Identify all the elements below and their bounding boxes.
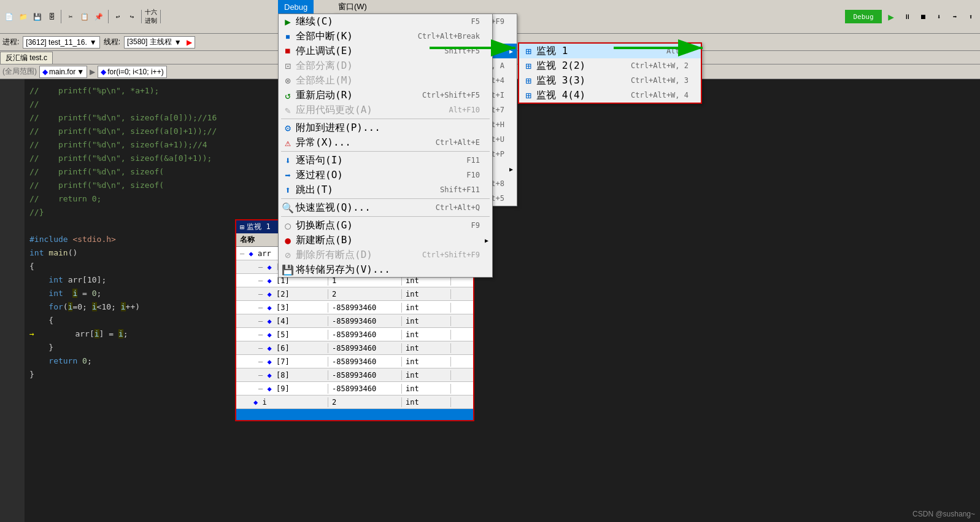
toolbar-group-2: ✂ 📋 📌 bbox=[64, 10, 109, 23]
tb-redo[interactable]: ↪ bbox=[125, 10, 139, 23]
tb-new[interactable]: 📄 bbox=[2, 10, 16, 23]
menu-watch-4-shortcut: Ctrl+Alt+W, 4 bbox=[631, 91, 689, 99]
code-line-18: { bbox=[29, 314, 217, 327]
menu-quick-watch-label: 快速监视(Q)... bbox=[296, 201, 371, 214]
menu-step-over[interactable]: ➡ 逐过程(O) F10 bbox=[279, 168, 492, 182]
code-line-5: // printf("%d\n", sizeof(a+1));//4 bbox=[29, 138, 217, 152]
thread-label: 线程: bbox=[104, 37, 120, 47]
process-dropdown[interactable]: [3612] test_11_16. ▼ bbox=[23, 36, 99, 49]
watch-row-5[interactable]: — ◆ [5] -858993460 int bbox=[236, 328, 473, 341]
watch-row-8[interactable]: — ◆ [8] -858993460 int bbox=[236, 368, 473, 382]
menu-step-out[interactable]: ⬆ 跳出(T) Shift+F11 bbox=[279, 182, 492, 197]
tb-copy[interactable]: 📋 bbox=[78, 10, 91, 23]
code-line-13: int main() bbox=[29, 246, 217, 260]
menu-restart-shortcut: Ctrl+Shift+F5 bbox=[422, 91, 480, 99]
menu-del-bp-label: 删除所有断点(D) bbox=[296, 249, 372, 262]
tb-step-into[interactable]: ⬇ bbox=[932, 10, 946, 23]
menu-stop-debug-shortcut: Shift+F5 bbox=[444, 47, 480, 55]
menu-save-dump[interactable]: 💾 将转储另存为(V)... bbox=[279, 262, 492, 277]
menu-attach[interactable]: ⚙ 附加到进程(P)... bbox=[279, 120, 492, 135]
menu-toggle-bp[interactable]: ○ 切换断点(G) F9 bbox=[279, 218, 492, 233]
nav-func-dropdown[interactable]: ◆ main.for ▼ bbox=[39, 66, 87, 78]
menu-watch-4[interactable]: ⊞ 监视 4(4) Ctrl+Alt+W, 4 bbox=[519, 88, 701, 103]
menu-continue-label: 继续(C) bbox=[296, 15, 333, 28]
watch-row-6[interactable]: — ◆ [6] -858993460 int bbox=[236, 341, 473, 355]
menu-continue[interactable]: ▶ 继续(C) F5 bbox=[279, 14, 492, 29]
tb-save-all[interactable]: 🗄 bbox=[45, 10, 58, 23]
code-line-6: // printf("%d\n", sizeof(&a[0]+1)); bbox=[29, 152, 217, 165]
toolbar-group-1: 📄 📁 💾 🗄 bbox=[2, 10, 61, 23]
nav-scope: (全局范围) bbox=[2, 66, 37, 77]
watch-cell-9-type: int bbox=[402, 384, 451, 394]
watch-cell-8-value: -858993460 bbox=[328, 370, 402, 380]
tb-debug-run[interactable]: Debug bbox=[845, 10, 882, 23]
window-menu-label: 窗口(W) bbox=[333, 0, 372, 14]
tb-save[interactable]: 💾 bbox=[31, 10, 44, 23]
tb-paste[interactable]: 📌 bbox=[92, 10, 106, 23]
memory-arrow: ▶ bbox=[509, 166, 513, 173]
file-tab-main[interactable]: 反汇编 test.c bbox=[0, 52, 53, 64]
break-all-icon: ■ bbox=[282, 31, 293, 42]
menu-break-all[interactable]: ■ 全部中断(K) Ctrl+Alt+Break bbox=[279, 29, 492, 44]
menu-apply-code-shortcut: Alt+F10 bbox=[449, 106, 480, 114]
exception-icon: ⚠ bbox=[282, 137, 293, 148]
menu-toggle-bp-label: 切换断点(G) bbox=[296, 219, 353, 232]
tb-step-out[interactable]: ⬆ bbox=[964, 10, 978, 23]
code-line-7: // printf("%d\n", sizeof( bbox=[29, 165, 217, 179]
menu-step-over-shortcut: F10 bbox=[466, 171, 480, 179]
watch-row-2[interactable]: — ◆ [2] 2 int bbox=[236, 287, 473, 301]
watch-submenu-arrow: ▶ bbox=[509, 48, 513, 55]
watch-title-label: 监视 1 bbox=[247, 222, 270, 232]
restart-icon: ↺ bbox=[282, 90, 293, 101]
stop-debug-icon: ⏹ bbox=[282, 45, 293, 56]
thread-dropdown[interactable]: [3580] 主线程 ▼ ▶ bbox=[124, 36, 195, 49]
menu-apply-code-label: 应用代码更改(A) bbox=[296, 104, 372, 117]
menu-restart[interactable]: ↺ 重新启动(R) Ctrl+Shift+F5 bbox=[279, 88, 492, 103]
watch-cell-8-name: — ◆ [8] bbox=[236, 370, 328, 380]
step-into-icon: ⬇ bbox=[282, 155, 293, 166]
menu-exception[interactable]: ⚠ 异常(X)... Ctrl+Alt+E bbox=[279, 135, 492, 150]
tb-step-over[interactable]: ➡ bbox=[948, 10, 962, 23]
code-line-3: // printf("%d\n", sizeof(a[0]));//16 bbox=[29, 111, 217, 125]
watch-cell-2-value: 2 bbox=[328, 289, 402, 299]
menu-watch-2-label: 监视 2(2) bbox=[536, 60, 585, 72]
menu-step-out-shortcut: Shift+F11 bbox=[440, 185, 480, 194]
menu-del-bp[interactable]: ⊘ 删除所有断点(D) Ctrl+Shift+F9 bbox=[279, 247, 492, 262]
menu-detach-all[interactable]: ⊡ 全部分离(D) bbox=[279, 58, 492, 73]
tb-cut[interactable]: ✂ bbox=[64, 10, 77, 23]
save-dump-icon: 💾 bbox=[282, 264, 293, 275]
nav-code-dropdown[interactable]: ◆ for(i=0; i<10; i++) bbox=[98, 66, 166, 78]
watch-cell-5-value: -858993460 bbox=[328, 330, 402, 340]
watch-row-4[interactable]: — ◆ [4] -858993460 int bbox=[236, 314, 473, 328]
tb-undo[interactable]: ↩ bbox=[111, 10, 125, 23]
menu-quick-watch[interactable]: 🔍 快速监视(Q)... Ctrl+Alt+Q bbox=[279, 200, 492, 215]
sep-1 bbox=[281, 119, 490, 119]
menu-apply-code[interactable]: ✎ 应用代码更改(A) Alt+F10 bbox=[279, 103, 492, 117]
code-line-21: return 0; bbox=[29, 354, 217, 368]
watch-row-3[interactable]: — ◆ [3] -858993460 int bbox=[236, 301, 473, 314]
menu-watch-2[interactable]: ⊞ 监视 2(2) Ctrl+Alt+W, 2 bbox=[519, 58, 701, 73]
watch-row-i[interactable]: ◆ i 2 int bbox=[236, 395, 473, 409]
thread-value: [3580] 主线程 bbox=[127, 37, 172, 47]
debug-menu-button[interactable]: Debug bbox=[278, 0, 314, 14]
tb-stop[interactable]: ⏹ bbox=[916, 10, 930, 23]
tb-pause[interactable]: ⏸ bbox=[900, 10, 914, 23]
menu-new-bp[interactable]: ● 新建断点(B) ▶ bbox=[279, 233, 492, 247]
menu-watch-3[interactable]: ⊞ 监视 3(3) Ctrl+Alt+W, 3 bbox=[519, 73, 701, 88]
tb-hex[interactable]: 十六进制 bbox=[144, 10, 158, 23]
menu-attach-label: 附加到进程(P)... bbox=[296, 122, 380, 134]
menu-stop-debug[interactable]: ⏹ 停止调试(E) Shift+F5 bbox=[279, 44, 492, 58]
watch-row-9[interactable]: — ◆ [9] -858993460 int bbox=[236, 382, 473, 395]
watch-row-7[interactable]: — ◆ [7] -858993460 int bbox=[236, 355, 473, 368]
menu-quick-watch-shortcut: Ctrl+Alt+Q bbox=[436, 203, 480, 212]
code-line-1: // printf("%p\n", *a+1); bbox=[29, 84, 217, 98]
menu-watch-1[interactable]: ⊞ 监视 1 Alt+3 bbox=[519, 44, 701, 58]
menu-watch-1-shortcut: Alt+3 bbox=[666, 47, 689, 55]
tb-open[interactable]: 📁 bbox=[17, 10, 30, 23]
menu-terminate-all[interactable]: ⊗ 全部终止(M) bbox=[279, 73, 492, 88]
tb-play[interactable]: ▶ bbox=[884, 10, 898, 23]
watch-footer bbox=[236, 409, 473, 420]
watch-cell-i-value: 2 bbox=[328, 397, 402, 407]
watch-sub-menu: ⊞ 监视 1 Alt+3 ⊞ 监视 2(2) Ctrl+Alt+W, 2 ⊞ 监… bbox=[518, 42, 702, 104]
menu-step-into[interactable]: ⬇ 逐语句(I) F11 bbox=[279, 153, 492, 168]
